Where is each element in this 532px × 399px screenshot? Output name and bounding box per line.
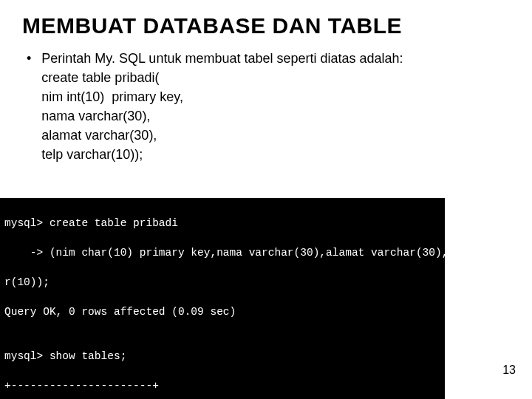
body-line-1: Perintah My. SQL untuk membuat tabel sep… [41,49,403,68]
bullet-item: • Perintah My. SQL untuk membuat tabel s… [27,49,510,164]
page-number: 13 [502,364,516,377]
term-line: -> (nim char(10) primary key,nama varcha… [4,245,440,260]
slide-title: MEMBUAT DATABASE DAN TABLE [22,13,510,38]
terminal-screenshot: mysql> create table pribadi -> (nim char… [0,198,445,399]
body-line-4: nama varchar(30), [41,106,403,126]
term-line: mysql> show tables; [4,349,440,364]
body-line-2: create table pribadi( [41,68,403,87]
term-line: +----------------------+ [4,378,440,393]
term-line: mysql> create table pribadi [4,216,440,231]
slide: MEMBUAT DATABASE DAN TABLE • Perintah My… [0,0,532,164]
body-line-3: nim int(10) primary key, [41,87,403,106]
bullet-marker: • [27,50,31,67]
body-text: Perintah My. SQL untuk membuat tabel sep… [41,49,403,164]
term-line: Query OK, 0 rows affected (0.09 sec) [4,304,440,319]
body-line-6: telp varchar(10)); [41,145,403,164]
body-line-5: alamat varchar(30), [41,126,403,145]
term-line: r(10)); [4,275,440,290]
